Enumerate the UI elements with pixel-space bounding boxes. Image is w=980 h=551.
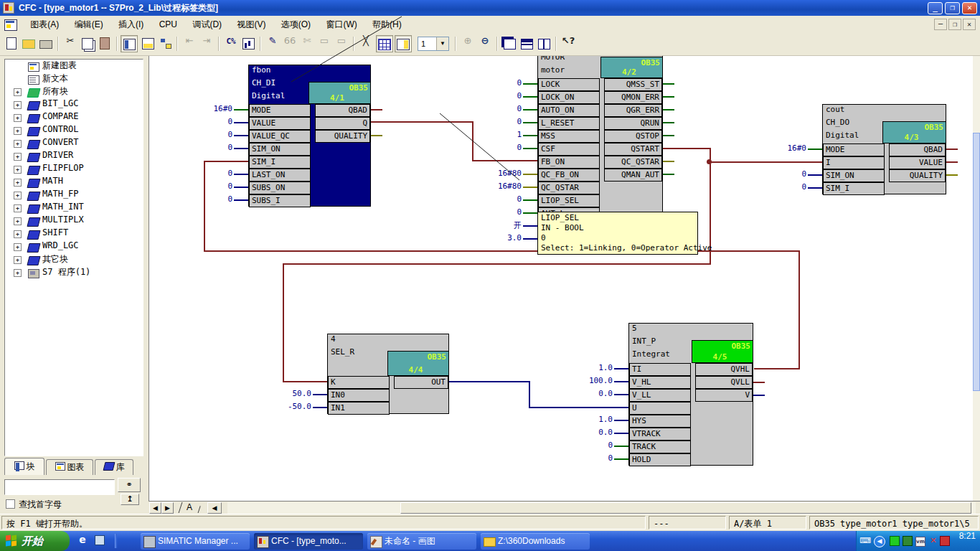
print-icon[interactable] — [37, 35, 55, 52]
expand-icon[interactable]: + — [14, 179, 22, 187]
pin-value[interactable]: 0 — [187, 194, 232, 206]
output-pin[interactable]: QRUN — [604, 117, 662, 130]
help-icon[interactable]: ↖? — [560, 35, 577, 52]
input-pin[interactable]: TRACK — [629, 441, 691, 453]
pin-value[interactable]: 0 — [187, 169, 232, 180]
input-pin[interactable]: SIM_ON — [249, 143, 311, 156]
expand-icon[interactable]: + — [14, 153, 22, 161]
compile-icon[interactable]: C% — [222, 35, 240, 52]
tile-horizontal-icon[interactable] — [518, 35, 535, 52]
output-pin[interactable]: QUALITY — [315, 130, 370, 143]
monitor-icon[interactable]: 66 — [281, 35, 298, 52]
pin-value[interactable]: 0 — [476, 104, 522, 116]
expand-icon[interactable]: + — [14, 192, 22, 199]
tree-item-s7-program[interactable]: +S7 程序(1) — [5, 266, 143, 279]
input-pin[interactable]: SUBS_I — [249, 194, 311, 207]
tree-item-all-blocks[interactable]: +所有块 — [5, 85, 143, 98]
output-pin[interactable]: Q — [315, 117, 370, 130]
input-pin[interactable]: LIOP_SEL — [538, 194, 600, 207]
expand-icon[interactable]: + — [14, 217, 22, 225]
pin-value[interactable]: 0 — [476, 143, 522, 154]
tree-item-new-text[interactable]: 新文本 — [5, 72, 143, 85]
pin-value[interactable]: 0 — [760, 169, 806, 181]
input-pin[interactable]: TI — [629, 363, 691, 376]
block-fbon[interactable]: fbon CH_DI Digital OB35 4/1 MODE VALUE V… — [248, 65, 371, 207]
start-button[interactable]: 开始 — [0, 531, 70, 551]
sheet-prev-button[interactable]: ◀ — [149, 502, 161, 514]
input-pin[interactable]: MODE — [249, 104, 311, 117]
pin-value[interactable]: 50.0 — [265, 389, 311, 400]
input-pin[interactable]: L_RESET — [538, 117, 600, 130]
copy-icon[interactable] — [79, 35, 96, 52]
expand-icon[interactable]: + — [14, 114, 22, 122]
tree-item-bit-lgc[interactable]: +BIT_LGC — [5, 98, 143, 111]
search-input[interactable] — [4, 479, 115, 495]
mdi-restore-button[interactable]: ❐ — [948, 19, 961, 30]
input-pin[interactable]: MODE — [823, 143, 885, 156]
find-button[interactable]: ⚭ — [118, 478, 141, 492]
checkbox[interactable] — [6, 499, 15, 509]
new-icon[interactable] — [3, 35, 20, 52]
output-pin[interactable]: QBAD — [889, 143, 946, 156]
output-pin[interactable]: QUALITY — [889, 169, 946, 182]
output-pin[interactable]: QC_QSTAR — [604, 156, 662, 169]
horizontal-scroll-thumb[interactable] — [400, 502, 971, 514]
input-pin[interactable]: LOCK_ON — [538, 91, 600, 104]
tray-icon-vm[interactable]: vm — [915, 536, 925, 546]
output-pin[interactable]: QVHL — [695, 363, 753, 376]
block-catalog-icon[interactable] — [121, 35, 138, 52]
overview-grid-icon[interactable] — [376, 35, 393, 52]
quicklaunch-icon[interactable] — [95, 535, 105, 545]
menu-view[interactable]: 视图(V) — [230, 16, 272, 34]
output-pin[interactable]: OUT — [394, 376, 448, 389]
ie-quicklaunch-icon[interactable]: e — [77, 534, 88, 545]
jump-back-icon[interactable]: ⇤ — [181, 35, 198, 52]
menu-chart[interactable]: 图表(A) — [24, 16, 65, 34]
scroll-left-button[interactable]: ◀ — [207, 502, 222, 514]
cfc-chart-canvas[interactable]: fbon CH_DI Digital OB35 4/1 MODE VALUE V… — [149, 56, 974, 501]
expand-icon[interactable]: + — [14, 140, 22, 148]
menu-help[interactable]: 帮助(H) — [366, 16, 408, 34]
input-pin[interactable]: HOLD — [629, 453, 691, 466]
input-pin[interactable]: V_HL — [629, 376, 691, 389]
pin-value[interactable]: 100.0 — [567, 376, 613, 387]
tray-icon-av[interactable] — [940, 536, 950, 546]
pin-value[interactable]: 16#80 — [476, 169, 522, 180]
input-pin[interactable]: VALUE_QC — [249, 130, 311, 143]
jump-forward-icon[interactable]: ⇥ — [198, 35, 215, 52]
pin-value[interactable]: 0 — [187, 143, 232, 154]
block-sel-r[interactable]: 4 SEL_R OB35 4/4 K IN0 IN1 OUT — [327, 334, 449, 414]
tree-item-control[interactable]: +CONTROL — [5, 124, 143, 137]
pin-value[interactable]: 0 — [187, 130, 232, 141]
expand-icon[interactable]: + — [14, 230, 22, 238]
output-pin[interactable]: QGR_ERR — [604, 104, 662, 117]
keyboard-tray-icon[interactable]: ⌨ — [859, 536, 870, 546]
task-paint[interactable]: 未命名 - 画图 — [367, 533, 476, 550]
tab-charts[interactable]: 图表 — [46, 459, 93, 475]
pin-value[interactable]: 16#80 — [476, 182, 522, 193]
restore-button[interactable]: ❐ — [945, 2, 960, 14]
pin-value[interactable]: 0.0 — [567, 389, 613, 400]
tile-vertical-icon[interactable] — [535, 35, 552, 52]
input-pin[interactable]: QC_FB_ON — [538, 169, 600, 182]
vertical-scrollbar[interactable] — [973, 56, 980, 501]
minimize-button[interactable]: _ — [928, 2, 943, 14]
input-pin[interactable]: U — [629, 402, 691, 415]
pin-value[interactable]: 0 — [760, 182, 806, 194]
tree-item-multiplx[interactable]: +MULTIPLX — [5, 215, 143, 227]
horizontal-scrollbar[interactable] — [227, 502, 976, 514]
input-pin[interactable]: AUTO_ON — [538, 104, 600, 117]
update-crossed-icon[interactable]: ╳ — [357, 35, 374, 52]
tree-item-wrd-lgc[interactable]: +WRD_LGC — [5, 240, 143, 253]
open-icon[interactable] — [20, 35, 37, 52]
pin-value[interactable]: 0 — [476, 78, 522, 90]
task-downloads-folder[interactable]: Z:\360Downloads — [481, 533, 590, 550]
output-pin[interactable]: VALUE — [889, 156, 946, 169]
paste-icon[interactable] — [96, 35, 113, 52]
menu-cpu[interactable]: CPU — [153, 16, 184, 34]
cancel-monitor-icon[interactable]: ✄ — [298, 35, 316, 52]
menu-options[interactable]: 选项(O) — [275, 16, 317, 34]
input-pin[interactable]: SIM_ON — [823, 169, 885, 182]
tray-icon-network[interactable] — [890, 536, 900, 546]
input-pin[interactable]: LOCK — [538, 78, 600, 91]
